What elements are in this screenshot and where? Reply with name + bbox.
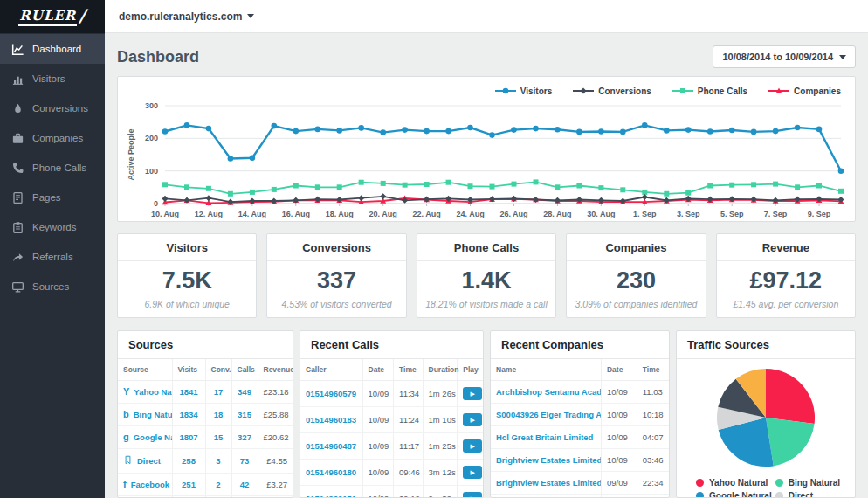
line-chart: 0100200300Active People10. Aug12. Aug14.… [125, 99, 848, 221]
companies-icon [11, 132, 24, 145]
column-header: Time [637, 359, 669, 381]
column-header: Calls [231, 359, 258, 381]
company-link[interactable]: Morgan Stanley Group (Europe) [491, 495, 601, 498]
traffic-sources-title: Traffic Sources [677, 331, 855, 359]
table-row: S00043926 Elger Trading Advi... 10/09 10… [491, 404, 669, 426]
company-link[interactable]: Brightview Estates Limited [491, 472, 601, 495]
column-header: Date [362, 359, 394, 381]
recent-companies-table: NameDateTime Archbishop Sentamu Academy … [491, 359, 669, 498]
legend-companies[interactable]: Companies [768, 86, 841, 96]
call-date: 10/09 [362, 407, 394, 433]
source-link[interactable]: bBing Natural [123, 410, 167, 419]
table-row: gGoogle Nat... 1807 15 327 £20.62 [118, 426, 293, 449]
call-date: 10/09 [362, 433, 394, 460]
traffic-sources-panel: Traffic Sources Yahoo Natural Bing Natur… [676, 330, 856, 498]
call-duration: 1m 10s [423, 407, 458, 433]
company-date: 10/09 [601, 404, 637, 426]
source-link[interactable]: gGoogle Nat... [123, 432, 167, 442]
company-time: 11:03 [637, 381, 669, 404]
company-time: 22:34 [637, 472, 669, 495]
stat-card-phone-calls[interactable]: Phone Calls1.4K18.21% of visitors made a… [417, 233, 556, 318]
stat-value: 337 [267, 261, 405, 294]
stat-title: Phone Calls [417, 234, 555, 261]
caller-link[interactable]: 01514960579 [300, 381, 362, 407]
caller-link[interactable]: 01514960180 [300, 460, 362, 486]
app-window: RULER/ DashboardVisitorsConversionsCompa… [0, 0, 868, 498]
table-row: 01514960579 10/09 11:34 1m 26s ▶ [300, 381, 483, 407]
date-range-label: 10/08/2014 to 10/09/2014 [722, 52, 833, 62]
pie-legend-yahoo-natural[interactable]: Yahoo Natural [696, 478, 772, 488]
legend-visitors[interactable]: Visitors [495, 86, 553, 96]
source-link[interactable]: Direct [123, 455, 167, 467]
calls-value: 42 [231, 474, 258, 496]
stat-card-visitors[interactable]: Visitors7.5K6.9K of which unique [117, 233, 257, 318]
table-row: 01514960487 10/09 11:17 1m 25s ▶ [300, 433, 483, 460]
caller-link[interactable]: 01514960487 [300, 433, 362, 460]
svg-text:100: 100 [145, 167, 158, 176]
logo-slash: / [79, 5, 86, 26]
legend-phone-calls[interactable]: Phone Calls [672, 86, 747, 96]
table-row: Morgan Stanley Group (Europe) 09/09 18:4… [491, 495, 669, 498]
calls-value: 73 [231, 449, 258, 474]
recent-calls-title: Recent Calls [300, 331, 483, 359]
sidebar-item-label: Companies [32, 133, 83, 143]
caller-link[interactable]: 01514960183 [300, 407, 362, 433]
sidebar-item-sources[interactable]: Sources [0, 272, 105, 301]
sidebar: RULER/ DashboardVisitorsConversionsCompa… [0, 0, 105, 498]
pie-legend-direct[interactable]: Direct [775, 491, 848, 498]
recent-calls-panel: Recent Calls CallerDateTimeDurationPlay … [300, 330, 484, 498]
source-link[interactable]: YYahoo Nat... [123, 387, 167, 397]
sidebar-item-referrals[interactable]: Referrals [0, 242, 105, 272]
table-row: 01514960183 10/09 11:24 1m 10s ▶ [300, 407, 483, 433]
page-title: Dashboard [117, 48, 199, 66]
svg-text:300: 300 [145, 101, 158, 110]
source-link[interactable]: fFacebook [123, 480, 167, 489]
company-link[interactable]: Archbishop Sentamu Academy [491, 381, 601, 404]
caller-link[interactable]: 01514960151 [300, 486, 362, 498]
sidebar-item-phone-calls[interactable]: Phone Calls [0, 153, 105, 183]
stat-card-conversions[interactable]: Conversions3374.53% of visitors converte… [266, 233, 406, 318]
stat-card-companies[interactable]: Companies2303.09% of companies identifie… [566, 233, 706, 318]
legend-dot-icon [696, 492, 704, 498]
column-header: Play [458, 359, 483, 381]
pie-legend-google-natural[interactable]: Google Natural [696, 491, 772, 498]
sidebar-item-pages[interactable]: Pages [0, 183, 105, 212]
play-button[interactable]: ▶ [463, 387, 482, 400]
call-duration: 0m 39s [423, 486, 458, 498]
sidebar-item-conversions[interactable]: Conversions [0, 93, 105, 123]
chevron-down-icon [247, 14, 254, 18]
date-range-button[interactable]: 10/08/2014 to 10/09/2014 [713, 45, 856, 68]
legend-conversions[interactable]: Conversions [573, 86, 651, 96]
sidebar-item-companies[interactable]: Companies [0, 123, 105, 153]
call-date: 10/09 [362, 460, 394, 486]
main-area: demo.ruleranalytics.com Dashboard 10/08/… [105, 0, 868, 498]
company-link[interactable]: Brightview Estates Limited [491, 449, 601, 472]
sources-panel-title: Sources [118, 331, 293, 359]
site-selector[interactable]: demo.ruleranalytics.com [119, 10, 254, 23]
pie-legend-bing-natural[interactable]: Bing Natural [775, 478, 848, 488]
revenue-value: £25.88 [258, 404, 293, 426]
play-button[interactable]: ▶ [463, 413, 482, 426]
company-link[interactable]: S00043926 Elger Trading Advi... [491, 404, 601, 426]
company-link[interactable]: Hcl Great Britain Limited [491, 426, 601, 449]
svg-text:20. Aug: 20. Aug [369, 210, 397, 218]
revenue-value: £3.27 [258, 474, 293, 496]
stats-row: Visitors7.5K6.9K of which uniqueConversi… [117, 233, 856, 318]
svg-text:1. Sep: 1. Sep [633, 210, 657, 218]
sidebar-item-dashboard[interactable]: Dashboard [0, 34, 105, 64]
site-name: demo.ruleranalytics.com [119, 10, 242, 23]
conversions-value: 2 [205, 474, 231, 496]
sidebar-item-visitors[interactable]: Visitors [0, 64, 105, 93]
topbar: demo.ruleranalytics.com [105, 0, 868, 33]
svg-text:30. Aug: 30. Aug [587, 210, 615, 218]
google-icon: g [123, 432, 129, 442]
legend-dot-icon [775, 492, 783, 498]
svg-text:24. Aug: 24. Aug [456, 210, 484, 218]
svg-text:0: 0 [154, 199, 158, 208]
facebook-icon: f [123, 480, 127, 489]
play-button[interactable]: ▶ [463, 439, 482, 453]
stat-card-revenue[interactable]: Revenue£97.12£1.45 avg. per conversion [716, 233, 856, 318]
play-button[interactable]: ▶ [463, 492, 482, 498]
play-button[interactable]: ▶ [463, 466, 482, 479]
sidebar-item-keywords[interactable]: Keywords [0, 212, 105, 242]
